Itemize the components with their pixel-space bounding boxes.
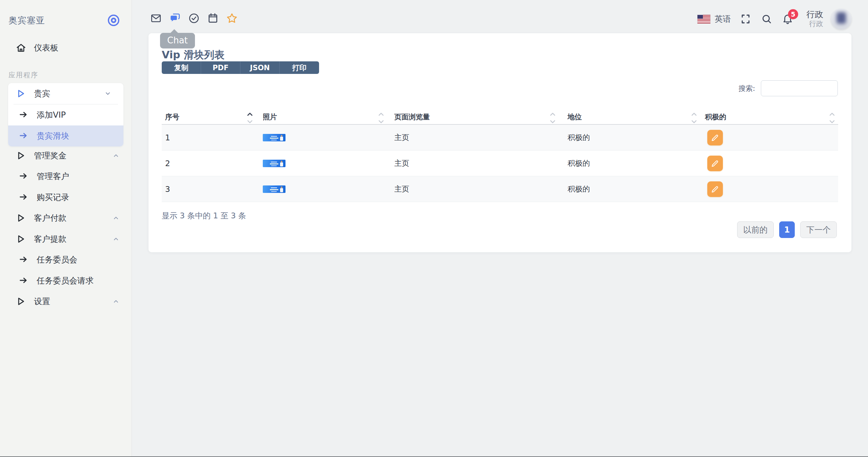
play-triangle-icon <box>16 234 26 244</box>
chat-icon[interactable] <box>169 13 181 24</box>
cell-status: 积极的 <box>559 133 700 143</box>
play-triangle-icon <box>16 213 26 223</box>
sidebar-item-label: 管理奖金 <box>34 150 66 161</box>
column-header-photo[interactable]: 照片 <box>256 111 387 124</box>
language-selector[interactable]: 英语 <box>715 14 731 24</box>
sidebar-group-vip: 贵宾 添加VIP 贵宾滑块 <box>8 83 123 146</box>
check-circle-icon[interactable] <box>188 13 200 24</box>
star-icon[interactable] <box>226 13 238 24</box>
cell-serial: 1 <box>162 133 256 142</box>
chevron-up-icon <box>113 215 119 221</box>
chevron-up-icon <box>113 298 119 305</box>
sidebar-header: 奥宾塞亚 <box>8 12 120 28</box>
topbar-quick-icons <box>150 13 238 24</box>
column-label: 序号 <box>165 112 179 122</box>
home-icon <box>16 43 26 53</box>
sort-asc-icon <box>829 113 835 116</box>
cell-pageview: 主页 <box>387 133 559 143</box>
json-button[interactable]: JSON <box>240 61 280 74</box>
sidebar-item-dashboard[interactable]: 仪表板 <box>0 37 132 58</box>
user-name: 行政 <box>806 9 823 20</box>
sidebar-item-label: 贵宾滑块 <box>37 131 69 141</box>
cell-status: 积极的 <box>559 158 700 168</box>
cell-photo <box>256 185 387 193</box>
print-button[interactable]: 打印 <box>280 61 319 74</box>
avatar[interactable] <box>831 8 852 29</box>
sidebar-item-customer-payments[interactable]: 客户付款 <box>0 208 132 229</box>
sidebar-item-task-committee-requests[interactable]: 任务委员会请求 <box>0 270 132 291</box>
chevron-down-icon <box>104 90 111 97</box>
mail-icon[interactable] <box>150 13 162 24</box>
vip-slider-photo <box>263 185 285 193</box>
sidebar-item-customer-withdrawals[interactable]: 客户提款 <box>0 228 132 250</box>
target-icon[interactable] <box>107 14 120 27</box>
arrow-right-icon <box>19 192 29 202</box>
sidebar-item-label: 管理客户 <box>37 171 69 182</box>
page-title: Vip 滑块列表 <box>162 48 224 62</box>
table-header-row: 序号 照片 页面浏览量 <box>162 111 838 125</box>
sort-desc-icon <box>550 120 555 123</box>
sort-desc-icon <box>691 120 697 123</box>
edit-button[interactable] <box>707 156 723 171</box>
page-1-button[interactable]: 1 <box>779 221 795 238</box>
sidebar-item-manage-customers[interactable]: 管理客户 <box>0 166 132 187</box>
brand-name: 奥宾塞亚 <box>8 15 45 26</box>
pdf-button[interactable]: PDF <box>201 61 240 74</box>
column-label: 照片 <box>263 112 277 122</box>
cell-actions <box>700 181 838 197</box>
table-row: 3 主页 积极的 <box>162 176 838 202</box>
arrow-right-icon <box>19 110 29 120</box>
arrow-right-icon <box>19 276 29 286</box>
search-icon[interactable] <box>761 13 772 25</box>
sidebar-item-purchase-history[interactable]: 购买记录 <box>0 187 132 208</box>
cell-serial: 2 <box>162 159 256 168</box>
sidebar-item-add-vip[interactable]: 添加VIP <box>8 104 123 125</box>
sidebar-item-label: 贵宾 <box>34 88 50 99</box>
sidebar-item-vip-slider[interactable]: 贵宾滑块 <box>8 125 123 146</box>
column-header-active[interactable]: 积极的 <box>700 111 838 124</box>
sidebar-item-label: 任务委员会 <box>37 254 77 265</box>
sidebar-item-label: 购买记录 <box>37 192 69 203</box>
vip-slider-table: 序号 照片 页面浏览量 <box>162 111 838 202</box>
vip-slider-photo <box>263 160 285 167</box>
fullscreen-icon[interactable] <box>740 13 751 25</box>
us-flag-icon[interactable] <box>697 15 710 23</box>
table-summary: 显示 3 条中的 1 至 3 条 <box>162 211 246 221</box>
cell-actions <box>700 130 838 145</box>
sidebar-item-task-committee[interactable]: 任务委员会 <box>0 250 132 271</box>
sort-desc-icon <box>247 120 253 123</box>
notifications-bell-icon[interactable]: 5 <box>782 13 793 25</box>
chevron-up-icon <box>113 152 119 159</box>
next-page-button[interactable]: 下一个 <box>800 221 837 238</box>
sort-asc-icon <box>691 113 697 116</box>
content-card: Vip 滑块列表 复制 PDF JSON 打印 搜索: 序号 照片 <box>149 33 851 252</box>
edit-button[interactable] <box>707 181 723 197</box>
sidebar-item-vip[interactable]: 贵宾 <box>8 83 123 104</box>
sidebar: 奥宾塞亚 仪表板 应用程序 贵宾 <box>0 0 132 457</box>
sort-asc-icon <box>247 113 253 116</box>
play-triangle-icon <box>16 88 26 99</box>
sidebar-item-settings[interactable]: 设置 <box>0 291 132 312</box>
cell-pageview: 主页 <box>387 184 559 194</box>
copy-button[interactable]: 复制 <box>162 61 201 74</box>
cell-photo <box>256 134 387 141</box>
column-header-serial[interactable]: 序号 <box>162 111 256 124</box>
search-input[interactable] <box>761 80 838 96</box>
calendar-icon[interactable] <box>207 13 219 24</box>
column-header-pageviews[interactable]: 页面浏览量 <box>387 111 559 124</box>
sidebar-item-label: 设置 <box>34 296 50 307</box>
cell-serial: 3 <box>162 185 256 194</box>
column-header-status[interactable]: 地位 <box>559 111 700 124</box>
sidebar-item-label: 客户付款 <box>34 213 66 223</box>
sidebar-item-label: 仪表板 <box>34 42 58 53</box>
cell-actions <box>700 156 838 171</box>
pencil-icon <box>711 159 719 168</box>
sidebar-item-label: 添加VIP <box>37 110 66 120</box>
previous-page-button[interactable]: 以前的 <box>737 221 774 238</box>
sidebar-item-manage-bonus[interactable]: 管理奖金 <box>0 145 132 166</box>
sidebar-menu: 管理奖金 管理客户 购买记录 客户付款 <box>0 145 132 312</box>
topbar-user-area: 英语 5 行政 行政 <box>697 8 852 30</box>
edit-button[interactable] <box>707 130 723 145</box>
user-info: 行政 行政 <box>806 9 823 28</box>
notification-badge: 5 <box>788 9 798 19</box>
